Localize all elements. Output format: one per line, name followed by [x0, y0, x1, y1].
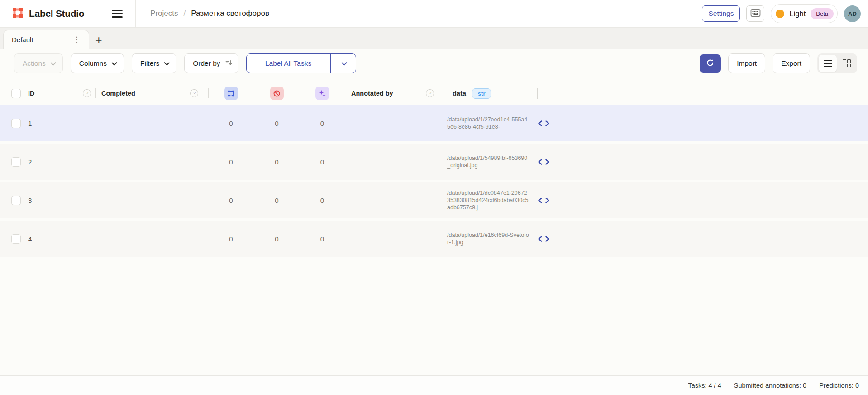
help-icon[interactable]: ? [426, 89, 434, 97]
top-header: Label Studio Projects / Разметка светофо… [0, 0, 868, 28]
label-all-tasks-dropdown[interactable] [330, 54, 356, 73]
theme-label: Light [789, 10, 806, 18]
theme-light-icon [776, 10, 784, 18]
completed-column-label: Completed [101, 90, 135, 97]
task-id: 4 [23, 235, 32, 243]
beta-badge: Beta [811, 8, 834, 19]
table-row[interactable]: 4 0 0 0 /data/upload/1/e16cf69d-Svetofor… [0, 221, 868, 257]
list-view-button[interactable] [819, 55, 837, 72]
row-id-cell: 4 [23, 221, 95, 257]
help-icon[interactable]: ? [83, 89, 91, 97]
chevron-right-icon [545, 120, 550, 127]
hamburger-menu-icon[interactable] [109, 7, 125, 20]
cancelled-annotations-value: 0 [275, 197, 278, 204]
expand-code-button[interactable] [538, 159, 550, 165]
order-by-button[interactable]: Order by [184, 53, 238, 73]
row-checkbox[interactable] [11, 157, 21, 167]
expand-code-button[interactable] [538, 236, 550, 242]
breadcrumb-projects-link[interactable]: Projects [150, 9, 178, 18]
list-view-icon [824, 60, 832, 67]
columns-button[interactable]: Columns [71, 53, 124, 73]
row-checkbox[interactable] [11, 196, 21, 205]
chevron-left-icon [538, 236, 543, 242]
app-logo[interactable]: Label Studio [11, 6, 84, 21]
total-annotations-value: 0 [229, 120, 233, 127]
total-annotations-value: 0 [229, 158, 233, 166]
row-data-cell: /data/upload/1/e16cf69d-Svetofor-1.jpg [443, 221, 579, 257]
column-header-total-annotations[interactable] [208, 84, 254, 102]
predictions-value: 0 [320, 235, 324, 243]
row-spacer-cell [579, 182, 868, 218]
column-header-data[interactable]: data str [443, 84, 579, 102]
theme-toggle[interactable]: Light Beta [771, 4, 838, 23]
column-header-cancelled-annotations[interactable] [254, 84, 300, 102]
header-right-section: Settings Light Beta AD [702, 0, 868, 27]
actions-button[interactable]: Actions [14, 53, 63, 73]
task-id: 2 [23, 158, 32, 166]
user-avatar[interactable]: AD [844, 5, 861, 22]
tasks-count: Tasks: 4 / 4 [688, 382, 721, 389]
row-completed-cell [95, 105, 208, 141]
sparkles-icon [315, 87, 329, 100]
row-id-cell: 1 [23, 105, 95, 141]
filters-button[interactable]: Filters [132, 53, 176, 73]
row-cancelled-annotations-cell: 0 [254, 221, 300, 257]
row-total-annotations-cell: 0 [208, 105, 254, 141]
row-checkbox[interactable] [11, 119, 21, 128]
order-by-label: Order by [193, 59, 220, 67]
toolbar: Actions Columns Filters Order by [0, 53, 868, 73]
refresh-icon [706, 58, 715, 68]
grid-view-button[interactable] [838, 55, 856, 72]
label-all-tasks-button[interactable]: Label All Tasks [247, 54, 330, 73]
predictions-value: 0 [320, 158, 324, 166]
chevron-right-icon [545, 159, 550, 165]
column-header-predictions[interactable] [300, 84, 345, 102]
chevron-down-icon [341, 60, 347, 66]
label-all-tasks-split-button: Label All Tasks [246, 53, 356, 73]
tab-label: Default [12, 36, 33, 43]
task-id: 3 [23, 197, 32, 204]
import-button[interactable]: Import [728, 53, 765, 73]
breadcrumb: Projects / Разметка светофоров [136, 0, 269, 27]
data-path-value: /data/upload/1/54989fbf-653690_original.… [447, 154, 529, 169]
row-predictions-cell: 0 [300, 105, 345, 141]
keyboard-shortcuts-button[interactable] [746, 5, 764, 22]
row-id-cell: 3 [23, 182, 95, 218]
row-cancelled-annotations-cell: 0 [254, 144, 300, 180]
predictions-value: 0 [320, 197, 324, 204]
row-checkbox-cell [0, 182, 23, 218]
table-row[interactable]: 3 0 0 0 /data/upload/1/dc0847e1-29672353… [0, 182, 868, 218]
column-header-annotated-by[interactable]: Annotated by ? [345, 84, 443, 102]
row-checkbox-cell [0, 144, 23, 180]
row-checkbox[interactable] [11, 234, 21, 244]
predictions-count: Predictions: 0 [819, 382, 859, 389]
table-row[interactable]: 2 0 0 0 /data/upload/1/54989fbf-653690_o… [0, 144, 868, 180]
row-spacer-cell [579, 105, 868, 141]
help-icon[interactable]: ? [190, 89, 198, 97]
chevron-left-icon [538, 197, 543, 204]
select-all-cell [0, 84, 23, 102]
column-header-completed[interactable]: Completed ? [95, 84, 208, 102]
expand-code-button[interactable] [538, 197, 550, 204]
table-row[interactable]: 1 0 0 0 /data/upload/1/27eed1e4-555a45e6… [0, 105, 868, 141]
submitted-annotations-count: Submitted annotations: 0 [734, 382, 806, 389]
expand-code-button[interactable] [538, 120, 550, 127]
export-button[interactable]: Export [773, 53, 810, 73]
tab-options-kebab-icon[interactable]: ⋮ [70, 34, 83, 45]
data-type-badge: str [472, 88, 491, 99]
chevron-left-icon [538, 120, 543, 127]
label-studio-app: Label Studio Projects / Разметка светофо… [0, 0, 868, 395]
refresh-button[interactable] [700, 54, 721, 73]
row-total-annotations-cell: 0 [208, 182, 254, 218]
logo-text: Label Studio [29, 8, 84, 19]
annotations-bbox-icon [224, 87, 238, 100]
column-header-id[interactable]: ID ? [23, 84, 95, 102]
task-rows-list: 1 0 0 0 /data/upload/1/27eed1e4-555a45e6… [0, 105, 868, 257]
columns-label: Columns [79, 59, 107, 67]
select-all-checkbox[interactable] [11, 89, 21, 98]
row-total-annotations-cell: 0 [208, 144, 254, 180]
tab-default[interactable]: Default ⋮ [3, 30, 89, 49]
add-tab-button[interactable]: + [95, 34, 102, 46]
settings-button[interactable]: Settings [702, 5, 740, 22]
data-path-value: /data/upload/1/27eed1e4-555a45e6-8e86-4c… [447, 116, 529, 130]
